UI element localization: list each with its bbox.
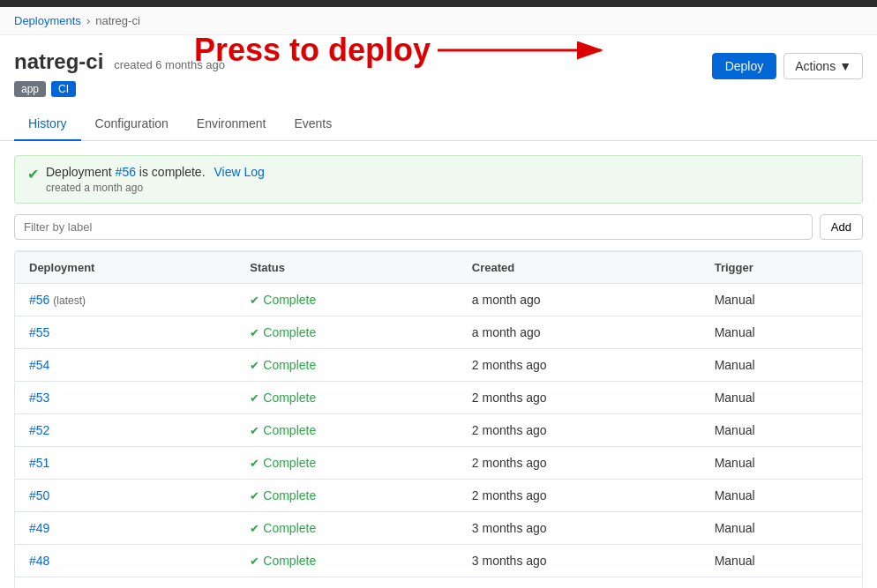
check-icon: ✔ <box>250 489 259 502</box>
table-row: #50✔Complete2 months agoManual <box>15 480 862 512</box>
tab-environment[interactable]: Environment <box>183 108 281 141</box>
actions-button[interactable]: Actions ▼ <box>783 53 863 79</box>
trigger-type: Manual <box>701 382 862 414</box>
trigger-type: Manual <box>701 349 862 382</box>
header-left: natreg-ci created 6 months ago app CI <box>14 49 225 97</box>
col-trigger: Trigger <box>701 252 862 284</box>
table-row: #48✔Complete3 months agoManual <box>15 545 862 577</box>
check-icon: ✔ <box>250 359 259 372</box>
top-nav-bar <box>0 0 877 7</box>
page-title: natreg-ci <box>14 49 103 73</box>
annotation-arrow <box>438 33 614 68</box>
created-date: 2 months ago <box>458 414 701 447</box>
created-date: 3 months ago <box>458 512 701 545</box>
status-text: Complete <box>263 391 316 405</box>
trigger-type: Manual <box>701 316 862 349</box>
created-date: 3 months ago <box>458 577 701 589</box>
notification-content: Deployment #56 is complete. View Log cre… <box>46 165 265 194</box>
check-icon: ✔ <box>250 457 259 470</box>
created-date: 3 months ago <box>458 545 701 577</box>
deployment-link[interactable]: #54 <box>29 358 49 372</box>
deployment-link[interactable]: #55 <box>29 325 49 339</box>
check-icon: ✔ <box>250 522 259 535</box>
notification-bar: ✔ Deployment #56 is complete. View Log c… <box>14 155 863 204</box>
created-date: a month ago <box>458 316 701 349</box>
status-complete: ✔Complete <box>250 423 444 437</box>
table-body: #56(latest)✔Completea month agoManual#55… <box>15 284 862 589</box>
status-text: Complete <box>263 488 316 502</box>
created-date: 2 months ago <box>458 349 701 382</box>
status-complete: ✔Complete <box>250 358 444 372</box>
status-text: Complete <box>263 423 316 437</box>
header-subtitle: created 6 months ago <box>114 58 225 71</box>
add-label-button[interactable]: Add <box>820 214 863 240</box>
created-date: 2 months ago <box>458 480 701 512</box>
tabs-nav: History Configuration Environment Events <box>0 108 877 141</box>
deployment-link[interactable]: #51 <box>29 456 49 470</box>
trigger-type: Manual <box>701 480 862 512</box>
status-text: Complete <box>263 293 316 307</box>
tab-configuration[interactable]: Configuration <box>81 108 183 141</box>
check-icon: ✔ <box>250 294 259 307</box>
table-row: #56(latest)✔Completea month agoManual <box>15 284 862 316</box>
status-complete: ✔Complete <box>250 293 444 307</box>
actions-button-label: Actions <box>795 59 836 73</box>
trigger-type: Manual <box>701 545 862 577</box>
check-icon: ✔ <box>250 424 259 437</box>
check-icon: ✔ <box>27 166 39 182</box>
notif-prefix: Deployment <box>46 165 116 179</box>
table-row: #54✔Complete2 months agoManual <box>15 349 862 382</box>
created-date: 2 months ago <box>458 382 701 414</box>
table-header: Deployment Status Created Trigger <box>15 252 862 284</box>
status-complete: ✔Complete <box>250 554 444 568</box>
status-text: Complete <box>263 554 316 568</box>
breadcrumb: Deployments › natreg-ci <box>0 7 877 35</box>
table-row: #51✔Complete2 months agoManual <box>15 447 862 480</box>
notif-suffix: is complete. <box>136 165 206 179</box>
trigger-type: Manual <box>701 414 862 447</box>
table-row: #53✔Complete2 months agoManual <box>15 382 862 414</box>
check-icon: ✔ <box>250 326 259 339</box>
deployments-table: Deployment Status Created Trigger #56(la… <box>15 251 862 588</box>
deployment-link[interactable]: #53 <box>29 391 49 405</box>
status-complete: ✔Complete <box>250 488 444 502</box>
status-complete: ✔Complete <box>250 521 444 535</box>
notif-link[interactable]: #56 <box>116 165 136 179</box>
created-date: a month ago <box>458 284 701 316</box>
filter-bar: Add <box>14 214 863 240</box>
trigger-type: Manual <box>701 284 862 316</box>
created-date: 2 months ago <box>458 447 701 480</box>
header-tags: app CI <box>14 81 225 97</box>
col-deployment: Deployment <box>15 252 236 284</box>
latest-badge: (latest) <box>53 294 86 307</box>
breadcrumb-current: natreg-ci <box>95 14 140 27</box>
tab-events[interactable]: Events <box>280 108 346 141</box>
check-icon: ✔ <box>250 555 259 568</box>
table-row: #47✔Complete3 months agoManual <box>15 577 862 589</box>
col-status: Status <box>236 252 458 284</box>
notification-text: Deployment #56 is complete. View Log <box>46 165 265 179</box>
deployments-table-wrapper: Deployment Status Created Trigger #56(la… <box>14 250 863 588</box>
status-complete: ✔Complete <box>250 391 444 405</box>
tag-ci: CI <box>51 81 76 97</box>
table-row: #52✔Complete2 months agoManual <box>15 414 862 447</box>
deploy-button[interactable]: Deploy <box>712 53 777 79</box>
trigger-type: Manual <box>701 447 862 480</box>
filter-input[interactable] <box>14 214 813 240</box>
tag-app: app <box>14 81 46 97</box>
view-log-link[interactable]: View Log <box>214 165 264 179</box>
annotation-text: Press to deploy <box>194 32 431 69</box>
tab-history[interactable]: History <box>14 108 81 141</box>
breadcrumb-parent-link[interactable]: Deployments <box>14 14 81 27</box>
annotation-overlay: Press to deploy <box>194 32 614 69</box>
deployment-link[interactable]: #50 <box>29 488 49 502</box>
status-text: Complete <box>263 456 316 470</box>
status-text: Complete <box>263 521 316 535</box>
status-complete: ✔Complete <box>250 456 444 470</box>
deployment-link[interactable]: #52 <box>29 423 49 437</box>
deployment-link[interactable]: #48 <box>29 554 49 568</box>
trigger-type: Manual <box>701 577 862 589</box>
deployment-link[interactable]: #56 <box>29 293 49 307</box>
actions-chevron-icon: ▼ <box>839 59 851 73</box>
deployment-link[interactable]: #49 <box>29 521 49 535</box>
